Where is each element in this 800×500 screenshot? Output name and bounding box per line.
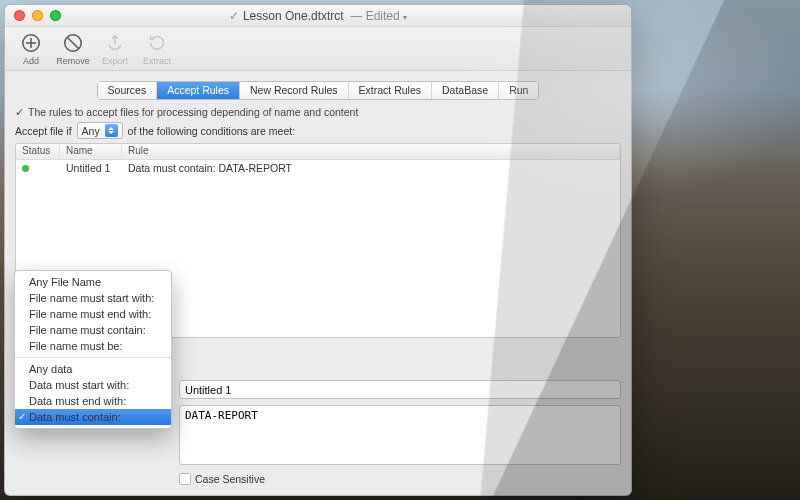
menu-separator <box>15 357 171 358</box>
tab-accept-rules[interactable]: Accept Rules <box>157 82 240 99</box>
menu-item[interactable]: Data must start with: <box>15 377 171 393</box>
app-window: ✓Lesson One.dtxtrct — Edited ▾ Add Remov… <box>4 4 632 496</box>
col-status[interactable]: Status <box>16 144 60 159</box>
tab-new-record-rules[interactable]: New Record Rules <box>240 82 349 99</box>
titlebar[interactable]: ✓Lesson One.dtxtrct — Edited ▾ <box>5 5 631 27</box>
toolbar: Add Remove Export Extract <box>5 27 631 71</box>
menu-item[interactable]: Any data <box>15 361 171 377</box>
desktop-wallpaper: ✓Lesson One.dtxtrct — Edited ▾ Add Remov… <box>0 0 800 500</box>
accept-if-prefix: Accept file if <box>15 125 72 137</box>
name-cell: Untitled 1 <box>60 162 122 174</box>
accept-if-suffix: of the following conditions are meet: <box>128 125 296 137</box>
remove-button[interactable]: Remove <box>53 31 93 66</box>
section-tabs: Sources Accept Rules New Record Rules Ex… <box>97 81 540 100</box>
menu-item[interactable]: Any File Name <box>15 274 171 290</box>
case-sensitive-label: Case Sensitive <box>195 473 265 485</box>
case-sensitive-row: Case Sensitive <box>179 473 621 485</box>
add-label: Add <box>11 56 51 66</box>
zoom-icon[interactable] <box>50 10 61 21</box>
case-sensitive-checkbox[interactable] <box>179 473 191 485</box>
tab-run[interactable]: Run <box>499 82 538 99</box>
chevron-updown-icon <box>105 124 118 137</box>
export-label: Export <box>95 56 135 66</box>
menu-item[interactable]: File name must end with: <box>15 306 171 322</box>
no-circle-icon <box>61 31 85 55</box>
col-name[interactable]: Name <box>60 144 122 159</box>
add-button[interactable]: Add <box>11 31 51 66</box>
col-rule[interactable]: Rule <box>122 144 620 159</box>
tab-database[interactable]: DataBase <box>432 82 499 99</box>
status-ok-icon <box>22 165 29 172</box>
table-header: Status Name Rule <box>16 144 620 160</box>
plus-circle-icon <box>19 31 43 55</box>
menu-item[interactable]: File name must be: <box>15 338 171 354</box>
check-icon: ✓ <box>15 106 24 118</box>
condition-row: Accept file if Any of the following cond… <box>15 122 621 139</box>
extract-icon <box>145 31 169 55</box>
tab-sources[interactable]: Sources <box>98 82 158 99</box>
window-title: ✓Lesson One.dtxtrct — Edited ▾ <box>5 9 631 23</box>
close-icon[interactable] <box>14 10 25 21</box>
menu-item-selected[interactable]: Data must contain: <box>15 409 171 425</box>
extract-button: Extract <box>137 31 177 66</box>
table-row[interactable]: Untitled 1 Data must contain: DATA-REPOR… <box>16 160 620 176</box>
remove-label: Remove <box>53 56 93 66</box>
menu-item[interactable]: File name must start with: <box>15 290 171 306</box>
tab-extract-rules[interactable]: Extract Rules <box>349 82 432 99</box>
export-button: Export <box>95 31 135 66</box>
rule-data-input[interactable] <box>179 405 621 465</box>
accept-if-combo[interactable]: Any <box>77 122 123 139</box>
rule-type-popup[interactable]: Any File Name File name must start with:… <box>14 270 172 429</box>
rule-name-input[interactable] <box>179 380 621 399</box>
minimize-icon[interactable] <box>32 10 43 21</box>
extract-label: Extract <box>137 56 177 66</box>
menu-item[interactable]: Data must end with: <box>15 393 171 409</box>
hint-text: The rules to accept files for processing… <box>28 106 358 118</box>
status-cell <box>16 162 60 174</box>
menu-item[interactable]: File name must contain: <box>15 322 171 338</box>
traffic-lights <box>14 10 61 21</box>
accept-if-value: Any <box>82 125 100 137</box>
rule-cell: Data must contain: DATA-REPORT <box>122 162 620 174</box>
export-icon <box>103 31 127 55</box>
hint-row: ✓ The rules to accept files for processi… <box>15 106 621 118</box>
